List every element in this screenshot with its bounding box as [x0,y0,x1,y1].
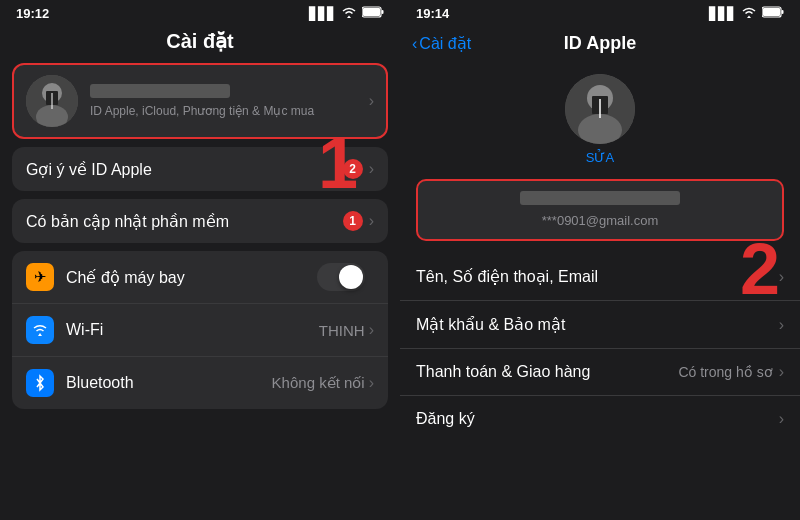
apple-id-suggestion-label: Gợi ý về ID Apple [26,160,343,179]
left-page-title: Cài đặt [0,25,400,63]
chevron-icon: › [369,160,374,178]
profile-info: ID Apple, iCloud, Phương tiện & Mục mua [90,84,369,118]
svg-rect-1 [363,8,380,16]
email-bar [520,191,680,205]
chevron-icon: › [779,316,784,334]
wifi-icon [26,316,54,344]
right-title: ID Apple [564,33,636,54]
chevron-icon: › [369,374,374,392]
software-update-label: Có bản cập nhật phần mềm [26,212,343,231]
software-badge: 1 [343,211,363,231]
right-row-3[interactable]: Đăng ký › [400,396,800,442]
wifi-label: Wi-Fi [66,321,319,339]
profile-subtitle: ID Apple, iCloud, Phương tiện & Mục mua [90,104,369,118]
right-header: ‹ Cài đặt ID Apple [400,25,800,58]
right-row-3-label: Đăng ký [416,410,779,428]
right-row-2-value: Có trong hồ sơ [678,364,772,380]
bluetooth-label: Bluetooth [66,374,272,392]
toggle-knob [339,265,363,289]
apple-avatar[interactable] [565,74,635,144]
right-row-0[interactable]: Tên, Số điện thoại, Email › 2 [400,253,800,301]
signal-icon: ▋▋▋ [309,7,336,21]
chevron-icon: › [369,321,374,339]
profile-name-bar [90,84,230,98]
back-button[interactable]: ‹ Cài đặt [412,34,471,53]
right-time: 19:14 [416,6,449,21]
airplane-toggle[interactable] [317,263,365,291]
step-1: 1 [318,127,358,199]
airplane-label: Chế độ máy bay [66,268,317,287]
right-status-icons: ▋▋▋ [709,6,784,21]
right-status-bar: 19:14 ▋▋▋ [400,0,800,25]
apple-id-suggestion-row[interactable]: Gợi ý về ID Apple 2 › 1 [12,147,388,191]
apple-id-profile: SỬA [400,58,800,175]
battery-icon [362,6,384,21]
sua-label[interactable]: SỬA [586,150,614,165]
wifi-icon [741,6,757,21]
right-row-0-label: Tên, Số điện thoại, Email [416,267,779,286]
svg-rect-2 [382,10,384,14]
software-update-row[interactable]: Có bản cập nhật phần mềm 1 › [12,199,388,243]
bluetooth-icon [26,369,54,397]
svg-rect-9 [763,8,780,16]
right-row-2[interactable]: Thanh toán & Giao hàng Có trong hồ sơ › [400,349,800,396]
signal-icon: ▋▋▋ [709,7,736,21]
chevron-left-icon: ‹ [412,35,417,53]
back-label: Cài đặt [419,34,471,53]
wifi-row[interactable]: Wi-Fi THINH › [12,304,388,357]
right-settings: Tên, Số điện thoại, Email › 2 Mật khẩu &… [400,253,800,520]
airplane-row[interactable]: ✈ Chế độ máy bay › [12,251,388,304]
wifi-value: THINH [319,322,365,339]
left-status-icons: ▋▋▋ [309,6,384,21]
svg-rect-10 [782,10,784,14]
bluetooth-value: Không kết nối [272,374,365,392]
step-2: 2 [740,233,780,305]
email-box[interactable]: ***0901@gmail.com [416,179,784,241]
right-panel: 19:14 ▋▋▋ ‹ Cài đặt [400,0,800,520]
left-status-bar: 19:12 ▋▋▋ [0,0,400,25]
device-section: ✈ Chế độ máy bay › Wi-Fi THINH [12,251,388,409]
battery-icon [762,6,784,21]
avatar [26,75,78,127]
chevron-icon: › [369,212,374,230]
bluetooth-row[interactable]: Bluetooth Không kết nối › [12,357,388,409]
wifi-icon [341,6,357,21]
right-row-2-label: Thanh toán & Giao hàng [416,363,678,381]
airplane-icon: ✈ [26,263,54,291]
chevron-icon: › [779,363,784,381]
chevron-icon: › [369,92,374,110]
left-panel: 19:12 ▋▋▋ Cài đặt [0,0,400,520]
left-time: 19:12 [16,6,49,21]
left-settings-list: ID Apple, iCloud, Phương tiện & Mục mua … [0,63,400,520]
chevron-icon: › [779,410,784,428]
right-row-1-label: Mật khẩu & Bảo mật [416,315,779,334]
email-text: ***0901@gmail.com [542,213,659,228]
